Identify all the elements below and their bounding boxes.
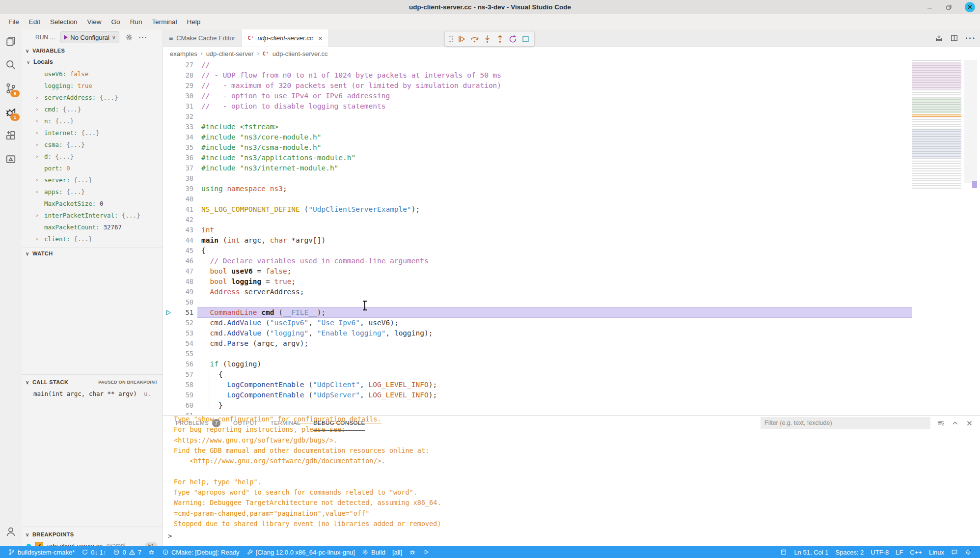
panel-tab-problems[interactable]: PROBLEMS7 — [176, 416, 220, 430]
run-below-icon[interactable] — [935, 34, 943, 42]
cmake-kit-item[interactable]: [Clang 12.0.0 x86_64-pc-linux-gnu] — [243, 549, 358, 556]
code-line[interactable]: 31// - option to disable logging stateme… — [163, 101, 980, 112]
activity-item-run-and-debug[interactable]: 1 — [0, 100, 22, 124]
variable-row[interactable]: ›server: {...} — [22, 174, 163, 186]
cmake-status-item[interactable]: CMake: [Debug]: Ready — [159, 549, 243, 556]
step-into-icon[interactable] — [483, 34, 492, 44]
variable-row[interactable]: ›internet: {...} — [22, 127, 163, 139]
variable-row[interactable]: ›interPacketInterval: {...} — [22, 209, 163, 221]
tab-cmake-cache-editor[interactable]: ≡CMake Cache Editor — [163, 29, 242, 47]
variable-row[interactable]: ›client: {...} — [22, 233, 163, 245]
notifications-item[interactable] — [961, 549, 975, 556]
variable-row[interactable]: maxPacketCount: 32767 — [22, 221, 163, 233]
panel-tab-output[interactable]: OUTPUT — [233, 416, 258, 430]
code-line[interactable]: 47 bool useV6 = false; — [163, 266, 980, 277]
panel-tab-debug-console[interactable]: DEBUG CONSOLE — [313, 416, 365, 431]
code-line[interactable]: 36#include "ns3/applications-module.h" — [163, 153, 980, 163]
activity-item-search[interactable] — [0, 53, 22, 77]
variable-row[interactable]: ›apps: {...} — [22, 186, 163, 197]
split-editor-icon[interactable] — [950, 34, 958, 42]
menu-item-run[interactable]: Run — [126, 16, 147, 28]
chevron-right-icon[interactable]: › — [35, 130, 39, 136]
activity-item-cmake[interactable] — [0, 147, 22, 171]
variable-row[interactable]: ›cmd: {...} — [22, 103, 163, 115]
editor-scrollbar[interactable] — [961, 60, 980, 416]
activity-item-explorer[interactable] — [0, 29, 22, 53]
chevron-right-icon[interactable]: › — [35, 153, 39, 160]
chevron-right-icon[interactable]: › — [35, 141, 39, 148]
code-line[interactable]: 56 if (logging) — [163, 359, 980, 369]
chevron-right-icon[interactable]: › — [35, 212, 39, 219]
breakpoints-header[interactable]: ∨ BREAKPOINTS — [22, 529, 163, 540]
code-line[interactable]: 35#include "ns3/csma-module.h" — [163, 142, 980, 153]
code-line[interactable]: 27// — [163, 60, 980, 70]
launch-config-dropdown[interactable]: No Configural ∨ — [60, 31, 119, 43]
code-line[interactable]: 40 — [163, 194, 980, 204]
chevron-right-icon[interactable]: › — [35, 106, 39, 112]
code-line[interactable]: 45{ — [163, 246, 980, 256]
variable-row[interactable]: logging: true — [22, 80, 163, 91]
chevron-right-icon[interactable]: › — [35, 189, 39, 195]
menu-item-help[interactable]: Help — [182, 16, 205, 28]
watch-section-header[interactable]: ∨ WATCH — [22, 248, 163, 259]
database-item[interactable] — [777, 549, 790, 556]
chevron-right-icon[interactable]: › — [35, 177, 39, 183]
code-line[interactable]: 43int — [163, 225, 980, 235]
code-line[interactable]: 55 — [163, 349, 980, 359]
scm-branch-item[interactable]: buildsystem-cmake* — [5, 549, 78, 556]
code-line[interactable]: 48 bool logging = true; — [163, 277, 980, 287]
debug-status-item[interactable] — [145, 549, 159, 556]
variable-row[interactable]: ›csma: {...} — [22, 139, 163, 150]
minimize-icon[interactable] — [926, 4, 933, 10]
menu-item-edit[interactable]: Edit — [25, 16, 45, 28]
stop-icon[interactable] — [521, 34, 530, 44]
close-icon[interactable]: ✕ — [965, 2, 975, 12]
menu-item-selection[interactable]: Selection — [46, 16, 82, 28]
code-line[interactable]: 46 // Declare variables used in command-… — [163, 256, 980, 266]
menu-item-go[interactable]: Go — [107, 16, 125, 28]
encoding-item[interactable]: UTF-8 — [867, 549, 892, 556]
chevron-right-icon[interactable]: › — [35, 94, 39, 101]
code-line[interactable]: 41NS_LOG_COMPONENT_DEFINE ("UdpClientSer… — [163, 204, 980, 215]
launch-debug-item[interactable] — [406, 549, 419, 556]
step-over-icon[interactable] — [470, 34, 479, 44]
code-editor[interactable]: 27//28// - UDP flow from n0 to n1 of 102… — [163, 60, 980, 416]
activity-item-extensions[interactable] — [0, 124, 22, 147]
locals-scope[interactable]: ∨ Locals — [22, 56, 163, 68]
code-line[interactable]: 54 cmd.Parse (argc, argv); — [163, 338, 980, 349]
menu-item-file[interactable]: File — [4, 16, 24, 28]
code-line[interactable]: 29// - maximum of 320 packets sent (or l… — [163, 81, 980, 91]
variable-row[interactable]: MaxPacketSize: 0 — [22, 197, 163, 209]
panel-tab-terminal[interactable]: TERMINAL — [271, 416, 300, 430]
cmake-build-item[interactable]: Build — [358, 549, 389, 556]
variable-row[interactable]: useV6: false — [22, 68, 163, 80]
console-prompt[interactable]: > — [168, 532, 172, 540]
code-line[interactable]: 49 Address serverAddress; — [163, 287, 980, 297]
cursor-position-item[interactable]: Ln 51, Col 1 — [790, 549, 832, 556]
launch-target-item[interactable] — [419, 549, 433, 556]
debug-console-output[interactable]: Type "show configuration" for configurat… — [163, 418, 980, 529]
os-item[interactable]: Linux — [926, 549, 948, 556]
build-target-item[interactable]: [all] — [389, 549, 406, 556]
breadcrumb-item[interactable]: examples — [170, 50, 197, 57]
start-debug-icon[interactable] — [64, 35, 68, 40]
code-line[interactable]: 44main (int argc, char *argv[]) — [163, 235, 980, 246]
restore-icon[interactable] — [946, 4, 952, 10]
call-stack-header[interactable]: ∨ CALL STACK PAUSED ON BREAKPOINT — [22, 377, 163, 388]
close-icon[interactable]: × — [318, 34, 322, 42]
code-line[interactable]: 30// - option to use IPv4 or IPv6 addres… — [163, 91, 980, 101]
menu-item-view[interactable]: View — [83, 16, 106, 28]
breadcrumb-item[interactable]: udp-client-server — [206, 50, 254, 57]
code-line[interactable]: 32 — [163, 112, 980, 122]
language-mode-item[interactable]: C++ — [906, 549, 926, 556]
code-line[interactable]: 53 cmd.AddValue ("logging", "Enable logg… — [163, 328, 980, 338]
minimap[interactable] — [912, 60, 961, 190]
chevron-right-icon[interactable]: › — [35, 118, 39, 124]
variable-row[interactable]: ›n: {...} — [22, 115, 163, 127]
more-actions-icon[interactable]: ··· — [965, 34, 976, 43]
drag-handle-icon[interactable] — [449, 35, 454, 43]
variable-row[interactable]: ›d: {...} — [22, 150, 163, 162]
eol-item[interactable]: LF — [892, 549, 906, 556]
code-line[interactable]: 60 } — [163, 400, 980, 411]
code-line[interactable]: 52 cmd.AddValue ("useIpv6", "Use Ipv6", … — [163, 318, 980, 328]
